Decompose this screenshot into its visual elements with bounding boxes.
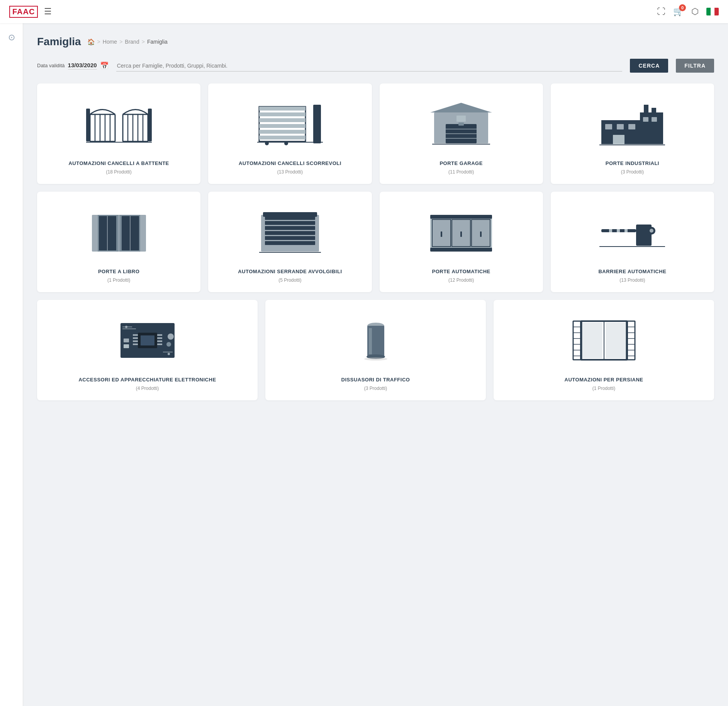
calendar-icon[interactable]: 📅 xyxy=(100,61,109,70)
card-icon-porte-garage xyxy=(426,94,496,154)
svg-rect-42 xyxy=(613,135,624,144)
svg-rect-73 xyxy=(609,229,612,232)
card-title-dissuasori-traffico: DISSUASORI DI TRAFFICO xyxy=(341,376,410,383)
card-icon-accessori-elettronici xyxy=(113,311,182,370)
card-subtitle-accessori-elettronici: (4 Prodotti) xyxy=(136,386,159,391)
card-cancelli-battente[interactable]: AUTOMAZIONI CANCELLI A BATTENTE (18 Prod… xyxy=(37,83,200,184)
cart-badge: 0 xyxy=(679,4,686,11)
search-input[interactable] xyxy=(116,60,623,71)
page-header: Famiglia 🏠 > Home > Brand > Famiglia xyxy=(37,36,714,48)
svg-point-23 xyxy=(284,141,288,145)
cart-button[interactable]: 🛒 0 xyxy=(673,7,684,17)
svg-rect-41 xyxy=(652,117,657,122)
svg-rect-58 xyxy=(263,212,317,217)
svg-point-95 xyxy=(125,326,127,328)
breadcrumb-home-icon[interactable]: 🏠 xyxy=(87,38,95,46)
svg-point-93 xyxy=(168,333,174,340)
svg-rect-85 xyxy=(157,337,162,339)
card-subtitle-cancelli-scorrevoli: (13 Prodotti) xyxy=(277,169,303,175)
svg-rect-15 xyxy=(259,112,305,116)
svg-rect-18 xyxy=(259,130,305,134)
card-porte-libro[interactable]: PORTE A LIBRO (1 Prodotti) xyxy=(37,192,200,292)
svg-rect-55 xyxy=(265,231,315,235)
main-content: Famiglia 🏠 > Home > Brand > Famiglia Dat… xyxy=(23,23,728,706)
svg-rect-68 xyxy=(480,231,482,237)
login-icon[interactable]: ⬡ xyxy=(691,7,699,17)
top-navigation: FAAC ☰ ⛶ 🛒 0 ⬡ xyxy=(0,0,728,23)
date-section: Data validità 13/03/2020 📅 xyxy=(37,61,109,70)
card-subtitle-porte-automatiche: (12 Prodotti) xyxy=(448,277,474,283)
svg-rect-74 xyxy=(617,229,620,232)
card-title-porte-libro: PORTE A LIBRO xyxy=(98,268,139,275)
card-title-accessori-elettronici: ACCESSORI ED APPARECCHIATURE ELETTRONICH… xyxy=(78,376,216,383)
svg-rect-92 xyxy=(124,344,129,348)
svg-rect-99 xyxy=(369,328,372,354)
svg-rect-57 xyxy=(265,241,315,245)
svg-rect-38 xyxy=(617,124,624,129)
sidebar: ⊙ xyxy=(0,23,23,706)
breadcrumb-home-link[interactable]: Home xyxy=(103,39,117,45)
svg-rect-82 xyxy=(133,340,138,342)
card-subtitle-barriere-automatiche: (13 Prodotti) xyxy=(619,277,645,283)
svg-point-22 xyxy=(265,141,269,145)
card-icon-cancelli-scorrevoli xyxy=(255,94,325,154)
svg-rect-40 xyxy=(643,117,648,122)
card-icon-serrande-avvolgibili xyxy=(255,202,325,262)
svg-rect-83 xyxy=(133,344,138,345)
card-title-barriere-automatiche: BARRIERE AUTOMATICHE xyxy=(598,268,666,275)
card-title-cancelli-battente: AUTOMAZIONI CANCELLI A BATTENTE xyxy=(68,160,169,167)
svg-rect-2 xyxy=(90,114,115,141)
card-subtitle-porte-industriali: (3 Prodotti) xyxy=(621,169,644,175)
card-subtitle-automazioni-persiane: (1 Prodotti) xyxy=(592,386,615,391)
card-title-cancelli-scorrevoli: AUTOMAZIONI CANCELLI SCORREVOLI xyxy=(239,160,341,167)
card-automazioni-persiane[interactable]: AUTOMAZIONI PER PERSIANE (1 Prodotti) xyxy=(494,300,714,400)
card-subtitle-cancelli-battente: (18 Prodotti) xyxy=(106,169,132,175)
card-porte-automatiche[interactable]: PORTE AUTOMATICHE (12 Prodotti) xyxy=(380,192,543,292)
breadcrumb-sep2: > xyxy=(119,39,122,45)
breadcrumb-sep3: > xyxy=(142,39,145,45)
filter-bar: Data validità 13/03/2020 📅 CERCA FILTRA xyxy=(37,59,714,73)
svg-rect-66 xyxy=(441,231,442,237)
product-grid-row1: AUTOMAZIONI CANCELLI A BATTENTE (18 Prod… xyxy=(37,83,714,184)
card-serrande-avvolgibili[interactable]: AUTOMAZIONI SERRANDE AVVOLGIBILI (5 Prod… xyxy=(208,192,372,292)
card-title-porte-industriali: PORTE INDUSTRIALI xyxy=(606,160,659,167)
sidebar-home-icon[interactable]: ⊙ xyxy=(8,32,15,43)
svg-rect-62 xyxy=(430,248,492,252)
svg-rect-67 xyxy=(460,231,462,237)
card-dissuasori-traffico[interactable]: DISSUASORI DI TRAFFICO (3 Prodotti) xyxy=(265,300,486,400)
date-label: Data validità xyxy=(37,63,65,69)
svg-rect-53 xyxy=(265,221,315,225)
svg-rect-31 xyxy=(458,122,464,126)
card-barriere-automatiche[interactable]: BARRIERE AUTOMATICHE (13 Prodotti) xyxy=(551,192,714,292)
svg-rect-80 xyxy=(133,334,138,336)
language-flag[interactable] xyxy=(706,8,719,15)
svg-rect-19 xyxy=(259,136,305,139)
svg-rect-119 xyxy=(606,323,626,358)
menu-icon[interactable]: ☰ xyxy=(44,7,52,17)
fullscreen-icon[interactable]: ⛶ xyxy=(657,7,665,17)
card-porte-garage[interactable]: PORTE GARAGE (11 Prodotti) xyxy=(380,83,543,184)
breadcrumb-sep1: > xyxy=(97,39,100,45)
card-icon-cancelli-battente xyxy=(84,94,154,154)
cerca-button[interactable]: CERCA xyxy=(630,59,668,73)
card-title-porte-automatiche: PORTE AUTOMATICHE xyxy=(432,268,490,275)
date-value: 13/03/2020 xyxy=(68,62,97,70)
svg-rect-16 xyxy=(259,118,305,122)
card-icon-barriere-automatiche xyxy=(597,202,667,262)
card-accessori-elettronici[interactable]: ACCESSORI ED APPARECCHIATURE ELETTRONICH… xyxy=(37,300,258,400)
card-subtitle-serrande-avvolgibili: (5 Prodotti) xyxy=(278,277,301,283)
svg-rect-37 xyxy=(605,124,612,129)
svg-rect-84 xyxy=(157,334,162,336)
svg-rect-75 xyxy=(624,229,628,232)
card-icon-automazioni-persiane xyxy=(569,311,639,370)
svg-rect-36 xyxy=(652,108,656,113)
card-cancelli-scorrevoli[interactable]: AUTOMAZIONI CANCELLI SCORREVOLI (13 Prod… xyxy=(208,83,372,184)
svg-point-96 xyxy=(168,353,170,355)
breadcrumb-current: Famiglia xyxy=(147,39,168,45)
card-porte-industriali[interactable]: PORTE INDUSTRIALI (3 Prodotti) xyxy=(551,83,714,184)
breadcrumb-brand-link[interactable]: Brand xyxy=(125,39,139,45)
card-icon-porte-automatiche xyxy=(426,202,496,262)
svg-point-101 xyxy=(364,357,387,361)
card-subtitle-dissuasori-traffico: (3 Prodotti) xyxy=(364,386,387,391)
filtra-button[interactable]: FILTRA xyxy=(676,59,714,73)
